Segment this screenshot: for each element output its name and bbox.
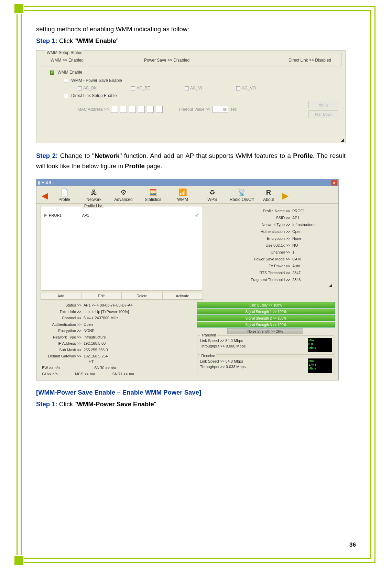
wps-icon: ♻ [197, 187, 227, 197]
timeout-input[interactable]: 60 [213, 106, 228, 113]
signal-1-bar: Signal Strength 1 >> 100% [197, 309, 335, 314]
link-quality-bar: Link Quality >> 100% [197, 302, 335, 308]
tb-profile[interactable]: 📄Profile [50, 187, 79, 202]
activate-button[interactable]: Activate [162, 292, 203, 300]
profile-row-ap: AP1 [82, 213, 89, 217]
mac-input-6[interactable] [156, 106, 163, 113]
gear-icon: ⚙ [109, 187, 138, 197]
tb-statistics[interactable]: 🧮Statistics [138, 187, 168, 202]
step1-bold: WMM Enable [77, 37, 116, 44]
direct-link-checkbox[interactable] [64, 94, 68, 98]
wmm-enable-checkbox[interactable] [50, 71, 54, 75]
intro-text: setting methods of enabling WMM indicati… [36, 24, 346, 34]
step1b-label: Step 1: [36, 400, 57, 408]
tb-wmm[interactable]: 📶WMM [168, 187, 197, 202]
profile-list-label: Profile List [82, 204, 104, 208]
ac-vo-label: AC_VO [242, 86, 256, 90]
close-icon[interactable]: × [331, 180, 337, 185]
wmm-enable-label: WMM Enable [57, 70, 82, 75]
transmit-label: Transmit [200, 333, 217, 337]
wmm-group-label: WMM Setup Status [45, 50, 84, 55]
profile-info: Profile Name >>PROF1 SSID >>AP1 Network … [206, 204, 338, 300]
wmm-status-psave: Power Save >> Disabled [144, 58, 238, 63]
profile-row-name: PROF1 [49, 213, 62, 217]
edit-button[interactable]: Edit [81, 292, 122, 300]
wmm-setup-panel: WMM Setup Status WMM >> Enabled Power Sa… [36, 50, 346, 143]
mac-input-1[interactable] [111, 106, 118, 113]
ac-vi-label: AC_VI [190, 86, 202, 90]
signal-icon: ✔ [195, 213, 199, 218]
step1-text-b: " [116, 37, 119, 44]
sec-label: sec [230, 107, 237, 112]
status-left: Status >>AP1 <--> 00-03-7F-00-D7-A4 Extr… [36, 302, 194, 377]
ac-bk-label: AC_BK [83, 86, 97, 90]
wmm-psave-label: WMM - Power Save Enable [71, 78, 122, 83]
corner-square-tl [14, 3, 24, 14]
raui-titlebar[interactable]: ▮ RaUI × [36, 179, 338, 186]
step1-text-a: Click " [57, 37, 77, 44]
ac-vi-check[interactable] [185, 86, 189, 90]
radio-icon: 📡 [227, 187, 257, 197]
tb-advanced[interactable]: ⚙Advanced [109, 187, 138, 202]
mac-input-3[interactable] [129, 106, 136, 113]
step2-line: Step 2: Change to "Network" function. An… [36, 151, 346, 171]
tear-down-button[interactable]: Tear Down [308, 110, 338, 118]
delete-button[interactable]: Delete [122, 292, 162, 300]
direct-link-label: Direct Link Setup Enable [71, 93, 117, 98]
mac-input-4[interactable] [138, 106, 145, 113]
wmm-status-dlink: Direct Link >> Disabled [238, 58, 331, 63]
corner-square-bl [14, 555, 24, 566]
page-number: 36 [349, 541, 356, 548]
panel-collapse-handle[interactable] [340, 139, 344, 142]
tb-about[interactable]: RAbout [257, 187, 281, 202]
network-icon: 🖧 [79, 187, 109, 197]
apply-button[interactable]: Apply [308, 101, 338, 108]
qos-icon: 📶 [168, 187, 197, 197]
receive-label: Receive [200, 354, 217, 358]
profile-row[interactable]: PROF1 AP1 ✔ [41, 211, 203, 219]
ht-group-label: HT [87, 358, 96, 365]
about-icon: R [257, 187, 281, 197]
wmm-status-enabled: WMM >> Enabled [51, 58, 144, 63]
active-indicator-icon [44, 214, 47, 217]
ac-bk-check[interactable] [78, 86, 82, 90]
timeout-label: Timeout Value >> [178, 107, 210, 112]
ac-be-check[interactable] [131, 86, 135, 90]
ac-vo-check[interactable] [236, 86, 240, 90]
mac-address-label: MAC Address >> [78, 107, 109, 112]
mac-input-5[interactable] [147, 106, 154, 113]
raui-title-icon: ▮ [38, 180, 40, 185]
profile-list: Profile List PROF1 AP1 ✔ [41, 206, 203, 291]
toolbar-next-arrow[interactable]: ▶ [281, 190, 290, 202]
ac-be-label: AC_BE [137, 86, 150, 90]
status-right: Link Quality >> 100% Signal Strength 1 >… [194, 302, 338, 377]
profile-icon: 📄 [50, 187, 79, 197]
step2-label: Step 2: [36, 152, 58, 159]
add-button[interactable]: Add [41, 292, 81, 300]
raui-window: ▮ RaUI × ◀ 📄Profile 🖧Network ⚙Advanced 🧮… [36, 179, 339, 380]
signal-2-bar: Signal Strength 2 >> 100% [197, 315, 335, 321]
noise-bar: Noise Strength >> 26% [227, 328, 303, 334]
rx-chip: Max 1.448 Mbps [308, 358, 332, 373]
info-collapse-handle[interactable] [329, 284, 332, 287]
tb-wps[interactable]: ♻WPS [197, 187, 227, 202]
step1b-line: Step 1: Click "WMM-Power Save Enable" [36, 399, 346, 409]
raui-toolbar: ◀ 📄Profile 🖧Network ⚙Advanced 🧮Statistic… [36, 186, 338, 204]
tx-chip: Max 0.002 Mbps [308, 338, 332, 352]
step1-line: Step 1: Click "WMM Enable" [36, 36, 346, 46]
tb-network[interactable]: 🖧Network [79, 187, 109, 202]
wmm-ps-heading: [WMM-Power Save Enable – Enable WMM Powe… [36, 389, 201, 396]
wmm-psave-checkbox[interactable] [64, 79, 68, 83]
raui-title-text: RaUI [42, 180, 51, 185]
step1-label: Step 1: [36, 37, 57, 44]
toolbar-prev-arrow[interactable]: ◀ [40, 190, 50, 202]
mac-input-2[interactable] [120, 106, 127, 113]
signal-3-bar: Signal Strength 3 >> 100% [197, 322, 335, 328]
stats-icon: 🧮 [138, 187, 168, 197]
tb-radio[interactable]: 📡Radio On/Off [227, 187, 257, 202]
